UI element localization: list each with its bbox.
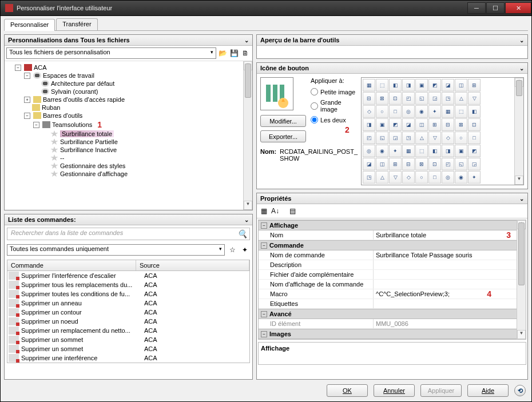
library-icon[interactable]: ◱ <box>415 92 428 105</box>
library-icon[interactable]: ◫ <box>376 158 388 170</box>
tree-expander[interactable]: − <box>15 65 21 71</box>
customization-tree[interactable]: −ACA −Espaces de travail Architecture pa… <box>5 61 252 180</box>
prop-scrollbar[interactable]: ▲▼ <box>517 220 526 339</box>
command-row[interactable]: Supprimer un sommetACA <box>7 335 249 344</box>
apply-button[interactable]: Appliquer <box>420 384 462 397</box>
tab-transfer[interactable]: Transférer <box>56 18 97 30</box>
library-icon[interactable]: ◲ <box>428 92 441 105</box>
library-icon[interactable]: ▣ <box>455 145 467 157</box>
library-icon[interactable]: ○ <box>455 132 467 144</box>
tree-node-display[interactable]: Gestionnaire d'affichage <box>60 170 128 177</box>
library-icon[interactable]: ⊞ <box>428 118 441 131</box>
command-row[interactable]: Supprimer un sommetACA <box>7 344 249 353</box>
property-grid[interactable]: −Affichage NomSurbrillance totale3 −Comm… <box>258 220 526 340</box>
close-button[interactable]: ✕ <box>505 2 531 14</box>
panel-header-commands[interactable]: Liste des commandes: ⌄ <box>5 214 252 225</box>
library-icon[interactable]: ⬚ <box>455 105 467 118</box>
radio-both[interactable]: Les deux <box>311 114 358 125</box>
library-icon[interactable]: ⊠ <box>415 158 428 170</box>
library-icon[interactable]: ✦ <box>468 171 481 184</box>
maximize-button[interactable]: ☐ <box>486 2 505 14</box>
prop-cat-command[interactable]: Commande <box>269 242 304 249</box>
tree-expander[interactable]: − <box>24 73 30 79</box>
ok-button[interactable]: OK <box>327 384 368 397</box>
library-icon[interactable]: ○ <box>376 105 388 118</box>
library-icon[interactable]: ◨ <box>402 79 415 91</box>
export-button[interactable]: Exporter... <box>260 130 306 142</box>
prop-val-desc[interactable] <box>373 260 526 269</box>
library-icon[interactable]: ◳ <box>402 132 415 144</box>
filter-fav-icon[interactable]: ☆ <box>227 245 237 255</box>
library-icon[interactable]: ◰ <box>402 92 415 105</box>
library-icon[interactable]: ⊟ <box>442 118 454 131</box>
library-icon[interactable]: △ <box>415 132 428 144</box>
library-icon[interactable]: ◲ <box>468 158 481 170</box>
tree-node-ribbon[interactable]: Ruban <box>42 104 60 111</box>
library-icon[interactable]: ◪ <box>363 158 375 170</box>
library-icon[interactable]: ◧ <box>468 105 481 118</box>
library-icon[interactable]: ◎ <box>402 105 415 118</box>
panel-header-properties[interactable]: Propriétés ⌄ <box>257 193 527 204</box>
col-source[interactable]: Source <box>136 260 249 270</box>
command-search-input[interactable]: Rechercher dans la liste de commandes🔍 <box>7 228 250 240</box>
tree-node-quickaccess[interactable]: Barres d'outils d'accès rapide <box>43 96 125 103</box>
tree-node-styles[interactable]: Gestionnaire des styles <box>60 162 125 169</box>
prop-val-macro[interactable]: ^C^C_SelectionPreview;3; <box>373 289 526 298</box>
prop-val-tags[interactable] <box>373 299 526 308</box>
library-icon[interactable]: ✦ <box>389 145 402 157</box>
library-icon[interactable]: ⊟ <box>363 92 375 105</box>
library-icon[interactable]: ◳ <box>363 171 375 184</box>
command-row[interactable]: Supprimer un anneauACA <box>7 298 249 308</box>
tree-node-separator[interactable]: -- <box>60 154 64 161</box>
tab-personalize[interactable]: Personnaliser <box>4 19 55 31</box>
library-icon[interactable]: □ <box>468 132 481 144</box>
library-icon[interactable]: ◧ <box>428 145 441 157</box>
prop-cat-display[interactable]: Affichage <box>269 222 298 229</box>
library-icon[interactable]: ⊡ <box>389 92 402 105</box>
tree-node-toolbars[interactable]: Barres d'outils <box>43 112 82 119</box>
library-icon[interactable]: ◎ <box>363 145 375 157</box>
command-row[interactable]: Supprimer l'interférence d'escalierACA <box>7 271 249 280</box>
prop-cat-images[interactable]: Images <box>269 331 291 337</box>
library-icon[interactable]: ▦ <box>402 145 415 157</box>
library-icon[interactable]: ▣ <box>376 118 388 131</box>
command-row[interactable]: Supprimer toutes les conditions de fu...… <box>7 289 249 298</box>
library-icon[interactable]: ◪ <box>442 79 454 91</box>
library-icon[interactable]: ◫ <box>455 79 467 91</box>
tree-expander[interactable]: − <box>33 122 39 128</box>
panel-header-button-icon[interactable]: Icône de bouton ⌄ <box>257 63 527 74</box>
command-row[interactable]: Supprimer un contourACA <box>7 308 249 317</box>
save-all-icon[interactable]: 🗎 <box>240 48 251 58</box>
library-icon[interactable]: □ <box>428 171 441 184</box>
help-button[interactable]: Aide <box>467 384 509 397</box>
tree-node-aca[interactable]: ACA <box>34 64 47 71</box>
library-icon[interactable]: ⊠ <box>376 92 388 105</box>
library-icon[interactable]: ✦ <box>428 105 441 118</box>
radio-large-image[interactable]: Grande image <box>311 97 358 114</box>
tree-node-teamsolutions[interactable]: Teamsolutions <box>52 121 92 128</box>
tree-expander[interactable]: − <box>24 113 30 119</box>
tree-scrollbar[interactable]: ▲▼ <box>243 61 252 210</box>
library-icon[interactable]: △ <box>376 171 388 184</box>
tree-node-ws-default[interactable]: Architecture par défaut <box>51 80 114 87</box>
library-icon[interactable]: ○ <box>415 171 428 184</box>
library-icon[interactable]: ◫ <box>415 118 428 131</box>
col-command[interactable]: Commande <box>7 260 136 270</box>
library-icon[interactable]: ◩ <box>468 145 481 157</box>
library-icon[interactable]: ⊡ <box>428 158 441 170</box>
modify-button[interactable]: Modifier... <box>260 115 306 127</box>
prop-val-cmdname[interactable]: Surbrillance Totale Passage souris <box>373 250 526 260</box>
tree-node-surbrillance-totale[interactable]: Surbrillance totale <box>60 130 114 137</box>
filter-new-icon[interactable]: ✦ <box>240 245 250 255</box>
library-icon[interactable]: ◉ <box>455 171 467 184</box>
command-row[interactable]: Supprimer un remplacement du netto...ACA <box>7 326 249 335</box>
icon-grid-scrollbar[interactable]: ▲▼ <box>514 78 523 185</box>
minimize-button[interactable]: ─ <box>467 2 486 14</box>
library-icon[interactable]: ◱ <box>455 158 467 170</box>
library-icon[interactable]: ◉ <box>415 105 428 118</box>
library-icon[interactable]: ◰ <box>363 132 375 144</box>
library-icon[interactable]: ◨ <box>442 145 454 157</box>
library-icon[interactable]: ⊡ <box>468 118 481 131</box>
library-icon[interactable]: ▽ <box>468 92 481 105</box>
library-icon[interactable]: ◳ <box>442 92 454 105</box>
